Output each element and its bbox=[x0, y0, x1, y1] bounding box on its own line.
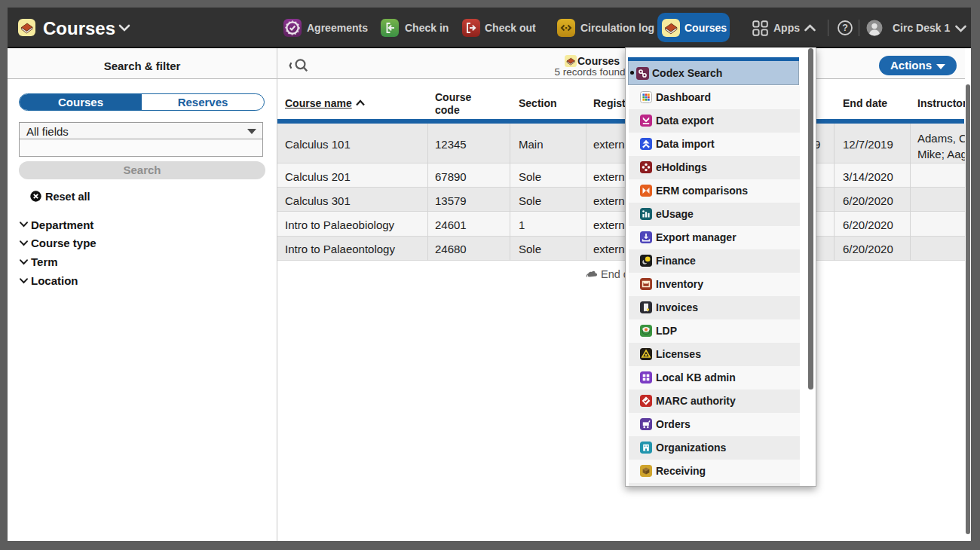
svg-text:?: ? bbox=[842, 23, 848, 33]
